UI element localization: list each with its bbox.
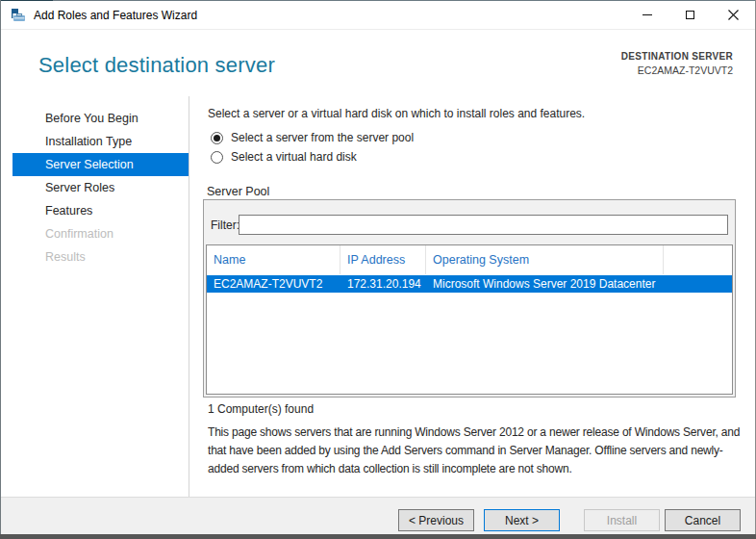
window-titlebar: Add Roles and Features Wizard — [1, 1, 755, 30]
cancel-button[interactable]: Cancel — [665, 509, 741, 531]
sidebar-item-server-roles[interactable]: Server Roles — [1, 176, 189, 199]
sidebar-item-features[interactable]: Features — [1, 199, 189, 222]
cell-server-name: EC2AMAZ-T2VUVT2 — [207, 275, 340, 293]
filter-label: Filter: — [211, 218, 239, 232]
previous-button[interactable]: < Previous — [398, 509, 474, 531]
wizard-steps-sidebar: Before You Begin Installation Type Serve… — [1, 107, 189, 269]
sidebar-divider — [189, 96, 189, 497]
next-button[interactable]: Next > — [484, 509, 560, 531]
page-title: Select destination server — [38, 53, 275, 78]
radio-select-vhd[interactable]: Select a virtual hard disk — [211, 150, 357, 164]
radio-select-server-pool[interactable]: Select a server from the server pool — [211, 131, 414, 144]
maximize-icon — [686, 11, 694, 19]
server-pool-table: Name IP Address Operating System EC2AMAZ… — [206, 244, 733, 395]
server-manager-icon — [11, 8, 26, 23]
close-button[interactable] — [712, 1, 755, 29]
filter-input[interactable] — [239, 215, 728, 235]
sidebar-item-confirmation: Confirmation — [1, 222, 189, 245]
column-header-name[interactable]: Name — [207, 245, 340, 274]
minimize-button[interactable] — [625, 1, 668, 29]
maximize-button[interactable] — [668, 1, 712, 29]
radio-vhd-label: Select a virtual hard disk — [231, 150, 357, 164]
server-pool-box: Filter: Name IP Address Operating System… — [203, 199, 736, 398]
radio-unselected-icon — [211, 151, 223, 164]
window-title: Add Roles and Features Wizard — [34, 9, 197, 22]
sidebar-item-server-selection[interactable]: Server Selection — [13, 153, 189, 176]
column-header-filler — [664, 245, 732, 274]
destination-server-label: DESTINATION SERVER — [621, 51, 733, 62]
column-header-operating-system[interactable]: Operating System — [426, 245, 664, 274]
cell-ip-address: 172.31.20.194 — [340, 275, 426, 293]
table-row[interactable]: EC2AMAZ-T2VUVT2 172.31.20.194 Microsoft … — [207, 275, 732, 293]
page-description: This page shows servers that are running… — [208, 424, 743, 478]
cell-operating-system: Microsoft Windows Server 2019 Datacenter — [426, 275, 664, 293]
sidebar-item-before-you-begin[interactable]: Before You Begin — [1, 107, 189, 130]
destination-server-block: DESTINATION SERVER EC2AMAZ-T2VUVT2 — [621, 51, 733, 76]
close-icon — [728, 10, 739, 20]
window-border-bottom — [0, 534, 756, 539]
sidebar-item-installation-type[interactable]: Installation Type — [1, 130, 189, 153]
server-pool-title: Server Pool — [207, 185, 269, 198]
destination-server-name: EC2AMAZ-T2VUVT2 — [621, 64, 733, 76]
computers-found-text: 1 Computer(s) found — [208, 402, 314, 416]
sidebar-item-results: Results — [1, 245, 189, 269]
intro-text: Select a server or a virtual hard disk o… — [208, 107, 585, 120]
window-border-left — [0, 0, 1, 539]
add-roles-wizard-window: Add Roles and Features Wizard Select des… — [0, 0, 756, 539]
radio-server-pool-label: Select a server from the server pool — [231, 131, 414, 144]
column-header-ip-address[interactable]: IP Address — [340, 245, 426, 274]
wizard-footer: < Previous Next > Install Cancel — [1, 497, 755, 534]
caption-buttons — [625, 1, 755, 29]
minimize-icon — [643, 14, 652, 15]
install-button: Install — [584, 509, 660, 531]
radio-selected-icon — [211, 132, 223, 144]
table-header-row: Name IP Address Operating System — [207, 245, 732, 274]
